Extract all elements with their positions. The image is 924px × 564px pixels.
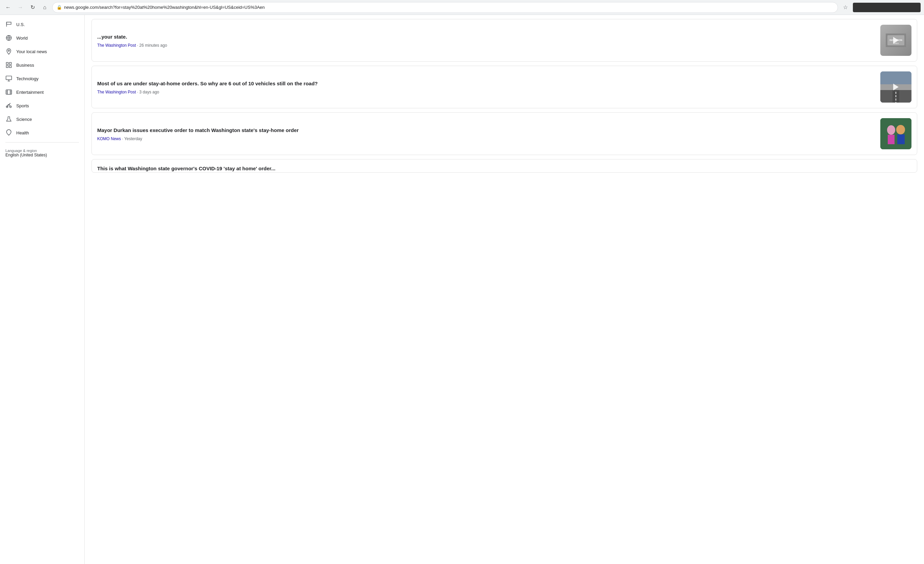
sidebar-label-world: World xyxy=(16,36,28,40)
bookmark-button[interactable]: ☆ xyxy=(841,3,850,12)
film-icon xyxy=(5,89,12,96)
sidebar: U.S. World Your local news xyxy=(0,15,85,564)
globe-icon xyxy=(5,34,12,41)
reload-button[interactable]: ↻ xyxy=(28,3,37,12)
play-button-2 xyxy=(893,84,898,90)
article-thumb-3 xyxy=(880,118,912,149)
article-card-1[interactable]: ...your state. The Washington Post · 26 … xyxy=(92,19,917,61)
sidebar-item-local-news[interactable]: Your local news xyxy=(0,45,82,58)
article-time-3: Yesterday xyxy=(124,136,142,141)
tech-icon xyxy=(5,75,12,82)
svg-point-30 xyxy=(887,125,895,135)
thumb-isolation-image: ISOLATION AREA xyxy=(880,25,912,56)
grid-icon xyxy=(5,61,12,68)
article-card-4-partial[interactable]: This is what Washington state governor's… xyxy=(92,159,917,173)
url-text: news.google.com/search?for=stay%20at%20h… xyxy=(64,5,834,10)
address-bar[interactable]: 🔒 news.google.com/search?for=stay%20at%2… xyxy=(52,2,838,13)
svg-rect-6 xyxy=(6,66,9,68)
sidebar-item-health[interactable]: Health xyxy=(0,126,82,139)
article-card-3[interactable]: Mayor Durkan issues executive order to m… xyxy=(92,112,917,155)
flag-icon xyxy=(5,21,12,28)
language-value: English (United States) xyxy=(5,153,79,157)
sidebar-item-technology[interactable]: Technology xyxy=(0,72,82,85)
sidebar-item-science[interactable]: Science xyxy=(0,112,82,126)
article-source-1: The Washington Post xyxy=(97,43,136,48)
sidebar-item-us[interactable]: U.S. xyxy=(0,18,82,31)
article-meta-2: The Washington Post · 3 days ago xyxy=(97,90,875,94)
svg-point-32 xyxy=(896,125,905,135)
sidebar-language: Language & region English (United States… xyxy=(0,145,84,161)
article-card-2[interactable]: Most of us are under stay-at-home orders… xyxy=(92,66,917,108)
article-meta-1: The Washington Post · 26 minutes ago xyxy=(97,43,875,48)
article-title-3: Mayor Durkan issues executive order to m… xyxy=(97,127,875,134)
article-time-2: 3 days ago xyxy=(139,90,159,94)
profile-area xyxy=(853,3,921,12)
lock-icon: 🔒 xyxy=(57,5,62,10)
flask-icon xyxy=(5,116,12,123)
svg-rect-11 xyxy=(6,90,12,94)
location-icon xyxy=(5,48,12,55)
sidebar-item-business[interactable]: Business xyxy=(0,58,82,72)
article-source-3: KOMO News xyxy=(97,136,121,141)
browser-chrome: ← → ↻ ⌂ 🔒 news.google.com/search?for=sta… xyxy=(0,0,924,15)
article-text-2: Most of us are under stay-at-home orders… xyxy=(97,80,875,94)
play-button-1 xyxy=(893,37,898,44)
health-icon xyxy=(5,129,12,136)
article-title-1: ...your state. xyxy=(97,33,875,40)
thumb-road-image xyxy=(880,72,912,103)
svg-rect-29 xyxy=(880,118,912,149)
sidebar-label-business: Business xyxy=(16,63,34,68)
article-text-1: ...your state. The Washington Post · 26 … xyxy=(97,33,875,48)
article-title-4-partial: This is what Washington state governor's… xyxy=(97,165,912,172)
sidebar-label-health: Health xyxy=(16,130,29,135)
sidebar-label-sports: Sports xyxy=(16,103,29,108)
thumb-durkan-image xyxy=(880,118,912,149)
svg-rect-31 xyxy=(888,135,894,144)
sidebar-label-entertainment: Entertainment xyxy=(16,90,44,95)
article-title-2: Most of us are under stay-at-home orders… xyxy=(97,80,875,87)
svg-point-3 xyxy=(8,50,9,51)
article-thumb-2 xyxy=(880,72,912,103)
sidebar-item-world[interactable]: World xyxy=(0,31,82,45)
sidebar-label-us: U.S. xyxy=(16,22,25,27)
sidebar-item-entertainment[interactable]: Entertainment xyxy=(0,85,82,99)
language-region-label: Language & region xyxy=(5,149,79,153)
sidebar-label-local-news: Your local news xyxy=(16,49,47,54)
svg-rect-8 xyxy=(6,76,12,80)
main-content: ...your state. The Washington Post · 26 … xyxy=(85,15,924,564)
article-time-1: 26 minutes ago xyxy=(139,43,167,48)
article-meta-3: KOMO News · Yesterday xyxy=(97,136,875,141)
article-source-2: The Washington Post xyxy=(97,90,136,94)
article-thumb-1: ISOLATION AREA xyxy=(880,25,912,56)
back-button[interactable]: ← xyxy=(3,3,13,12)
page-layout: U.S. World Your local news xyxy=(0,15,924,564)
forward-button[interactable]: → xyxy=(16,3,25,12)
sidebar-divider xyxy=(5,142,79,142)
sidebar-label-technology: Technology xyxy=(16,76,39,81)
home-button[interactable]: ⌂ xyxy=(40,3,50,12)
article-text-3: Mayor Durkan issues executive order to m… xyxy=(97,127,875,141)
sidebar-item-sports[interactable]: Sports xyxy=(0,99,82,112)
bike-icon xyxy=(5,102,12,109)
svg-rect-4 xyxy=(6,63,9,65)
svg-rect-7 xyxy=(9,66,12,68)
sidebar-label-science: Science xyxy=(16,117,32,122)
svg-rect-33 xyxy=(897,135,905,144)
svg-rect-5 xyxy=(9,63,12,65)
